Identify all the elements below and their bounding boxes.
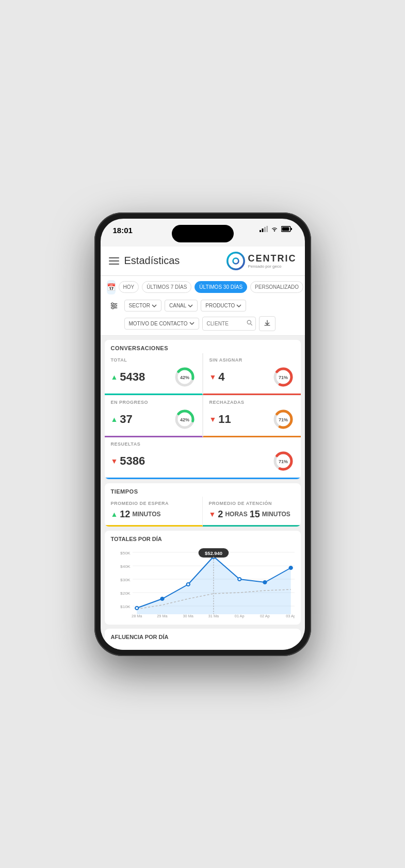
sin-asignar-label: SIN ASIGNAR bbox=[209, 357, 295, 363]
status-icons bbox=[260, 226, 293, 232]
canal-dropdown[interactable]: CANAL bbox=[165, 300, 198, 312]
rechazadas-label: RECHAZADAS bbox=[209, 400, 295, 405]
svg-point-4 bbox=[273, 230, 274, 231]
total-label: TOTAL bbox=[111, 357, 196, 363]
second-dropdown-row: MOTIVO DE CONTACTO bbox=[107, 316, 299, 331]
svg-text:28 Ma: 28 Ma bbox=[132, 614, 142, 618]
main-content: CONVERSACIONES TOTAL ▲ 5438 bbox=[101, 336, 305, 650]
svg-point-45 bbox=[160, 597, 164, 600]
svg-text:42%: 42% bbox=[180, 375, 189, 380]
svg-point-13 bbox=[111, 303, 113, 305]
logo-tagline: Pensado por geco bbox=[248, 264, 297, 269]
rechazadas-number: ▼ 11 bbox=[209, 413, 231, 426]
atencion-label: PROMEDIO DE ATENCIÓN bbox=[209, 501, 295, 506]
metric-rechazadas: RECHAZADAS ▼ 11 7 bbox=[203, 395, 301, 437]
sector-dropdown[interactable]: SECTOR bbox=[124, 300, 162, 312]
signal-icon bbox=[260, 226, 268, 232]
conversaciones-header: CONVERSACIONES bbox=[105, 340, 301, 353]
battery-icon bbox=[281, 226, 293, 232]
logo-text: CENTRIC Pensado por geco bbox=[248, 253, 297, 269]
afluencia-chart-area: 9 6 3 1 bbox=[111, 645, 295, 650]
total-donut: 42% bbox=[173, 366, 196, 388]
espera-label: PROMEDIO DE ESPERA bbox=[111, 501, 196, 506]
wifi-icon bbox=[270, 226, 279, 232]
filter-today[interactable]: HOY bbox=[119, 281, 139, 293]
page-title: Estadísticas bbox=[124, 255, 221, 267]
svg-text:$10K: $10K bbox=[120, 604, 131, 609]
svg-point-44 bbox=[135, 607, 138, 610]
svg-rect-0 bbox=[260, 230, 261, 232]
producto-dropdown[interactable]: PRODUCTO bbox=[201, 300, 246, 312]
svg-text:$52.940: $52.940 bbox=[204, 551, 222, 556]
filter-last7[interactable]: ÚLTIMOS 7 DÍAS bbox=[142, 281, 191, 293]
svg-text:$20K: $20K bbox=[120, 591, 131, 596]
search-button[interactable] bbox=[244, 317, 255, 330]
svg-text:$30K: $30K bbox=[120, 578, 131, 582]
app-header: Estadísticas CENTRI bbox=[101, 247, 305, 276]
svg-text:$50K: $50K bbox=[120, 551, 131, 555]
svg-text:01 Ap: 01 Ap bbox=[234, 614, 244, 618]
totales-chart-title: TOTALES POR DÍA bbox=[111, 536, 295, 542]
afluencia-chart-card: AFLUENCIA POR DÍA 9 6 3 1 bbox=[105, 629, 301, 650]
resueltas-donut: 71% bbox=[272, 450, 295, 472]
phone-frame: 18:01 bbox=[94, 212, 311, 656]
svg-point-14 bbox=[114, 305, 116, 307]
metric-total: TOTAL ▲ 5438 42% bbox=[105, 353, 203, 395]
motivo-dropdown[interactable]: MOTIVO DE CONTACTO bbox=[124, 318, 199, 330]
resueltas-value-row: ▼ 5386 71% bbox=[111, 450, 295, 472]
espera-arrow-icon: ▲ bbox=[111, 510, 118, 518]
tiempos-header: TIEMPOS bbox=[105, 483, 301, 497]
total-arrow-icon: ▲ bbox=[111, 373, 118, 381]
hamburger-menu[interactable] bbox=[109, 257, 119, 265]
dynamic-island bbox=[172, 225, 234, 242]
total-value-row: ▲ 5438 42% bbox=[111, 366, 196, 388]
svg-text:30 Ma: 30 Ma bbox=[183, 614, 193, 618]
svg-point-46 bbox=[186, 583, 189, 586]
metric-resueltas: RESUELTAS ▼ 5386 bbox=[105, 437, 301, 479]
svg-text:$40K: $40K bbox=[120, 564, 131, 569]
filter-settings-icon bbox=[107, 299, 121, 313]
svg-text:03 Ap: 03 Ap bbox=[286, 614, 295, 618]
svg-text:02 Ap: 02 Ap bbox=[260, 614, 270, 618]
svg-text:29 Ma: 29 Ma bbox=[157, 614, 167, 618]
total-number: ▲ 5438 bbox=[111, 370, 145, 384]
en-progreso-label: EN PROGRESO bbox=[111, 400, 196, 405]
screen-content[interactable]: Estadísticas CENTRI bbox=[101, 247, 305, 650]
svg-line-17 bbox=[250, 323, 252, 325]
metric-en-progreso: EN PROGRESO ▲ 37 bbox=[105, 395, 203, 437]
en-progreso-donut: 42% bbox=[173, 408, 196, 431]
totales-chart-card: TOTALES POR DÍA $50K $40K $30 bbox=[105, 531, 301, 625]
sin-asignar-arrow-icon: ▼ bbox=[209, 373, 217, 381]
cliente-input[interactable] bbox=[203, 318, 244, 329]
en-progreso-value-row: ▲ 37 42% bbox=[111, 408, 196, 431]
svg-point-8 bbox=[227, 252, 244, 269]
atencion-cell: PROMEDIO DE ATENCIÓN ▼ 2 HORAS 15 MINUTO… bbox=[203, 497, 301, 527]
svg-rect-6 bbox=[290, 228, 292, 230]
totales-chart-area: $50K $40K $30K $20K $10K bbox=[111, 547, 295, 619]
times-grid: PROMEDIO DE ESPERA ▲ 12 MINUTOS PROMEDIO… bbox=[105, 497, 301, 527]
svg-rect-3 bbox=[266, 226, 268, 232]
filter-last30[interactable]: ÚLTIMOS 30 DÍAS bbox=[195, 281, 247, 293]
rechazadas-arrow-icon: ▼ bbox=[209, 415, 217, 423]
download-button[interactable] bbox=[259, 316, 276, 331]
atencion-value: ▼ 2 HORAS 15 MINUTOS bbox=[209, 509, 295, 520]
afluencia-chart-title: AFLUENCIA POR DÍA bbox=[111, 634, 295, 640]
espera-cell: PROMEDIO DE ESPERA ▲ 12 MINUTOS bbox=[105, 497, 203, 527]
sin-asignar-donut: 71% bbox=[272, 366, 295, 388]
filter-custom[interactable]: PERSONALIZADO bbox=[250, 281, 303, 293]
svg-point-49 bbox=[263, 581, 266, 584]
cliente-input-container bbox=[202, 317, 256, 331]
filter-section: 📅 HOY ÚLTIMOS 7 DÍAS ÚLTIMOS 30 DÍAS PER… bbox=[101, 276, 305, 336]
resueltas-label: RESUELTAS bbox=[111, 441, 295, 447]
logo-name: CENTRIC bbox=[248, 253, 297, 264]
svg-point-9 bbox=[233, 258, 238, 264]
metric-sin-asignar: SIN ASIGNAR ▼ 4 7 bbox=[203, 353, 301, 395]
rechazadas-value-row: ▼ 11 71% bbox=[209, 408, 295, 431]
svg-point-48 bbox=[238, 578, 241, 581]
resueltas-number: ▼ 5386 bbox=[111, 454, 145, 468]
svg-rect-2 bbox=[264, 227, 266, 232]
sin-asignar-number: ▼ 4 bbox=[209, 370, 225, 384]
rechazadas-donut: 71% bbox=[272, 408, 295, 431]
en-progreso-arrow-icon: ▲ bbox=[111, 415, 118, 423]
calendar-icon: 📅 bbox=[107, 280, 116, 294]
